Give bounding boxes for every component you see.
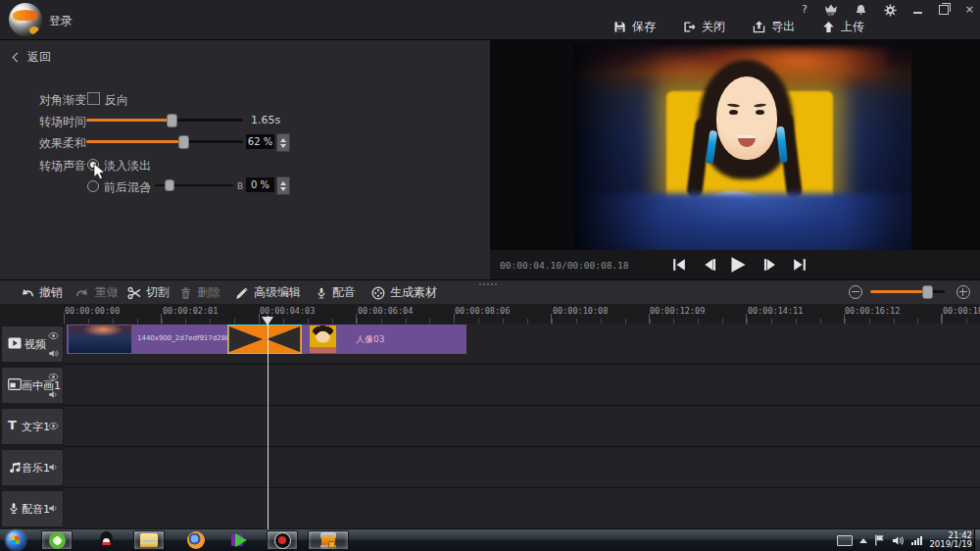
speaker-icon[interactable] [48,463,59,472]
scissors-icon [127,286,141,300]
softness-spinner[interactable] [276,133,290,152]
timeline: 00:00:00:00 00:00:02:01 00:00:04:03 00:0… [0,304,980,529]
advanced-edit-button[interactable]: 高级编辑 [235,280,301,305]
close-window-button[interactable]: × [965,3,974,17]
softness-value-field[interactable]: 62 % [246,134,274,149]
upload-button[interactable]: 上传 [822,19,864,35]
taskbar-recorder[interactable] [267,530,298,550]
track-header-voice[interactable]: 配音1 [2,491,63,526]
record-icon [274,532,291,549]
speaker-icon[interactable] [48,390,59,399]
dub-button[interactable]: 配音 [316,280,356,305]
close-project-button[interactable]: 关闭 [683,19,725,35]
track-header-music[interactable]: 音乐1 [2,450,63,485]
track-row-title[interactable] [64,406,980,447]
next-frame-button[interactable] [762,258,778,272]
zoom-in-button[interactable] [956,285,970,299]
taskbar-browser-360[interactable] [41,530,73,550]
hidden-icons-arrow[interactable] [859,538,867,543]
eye-icon[interactable] [48,373,59,381]
speaker-icon[interactable] [48,504,59,513]
track-header-title[interactable]: T 文字1 [2,409,63,444]
clip-2[interactable]: 人像03 [302,325,466,354]
exit-icon [683,21,696,33]
clip-2-thumbnail [310,326,336,353]
video-editor-window: 登录 ? VIP [0,0,980,551]
video-editor-icon [319,532,337,549]
effect-name-label: 对角渐变 [39,92,86,109]
avatar-art [13,10,38,21]
duration-slider-knob[interactable] [167,114,177,127]
restore-button[interactable] [939,5,949,15]
notification-bell-icon[interactable] [855,4,867,17]
splitter-handle[interactable] [479,283,497,285]
window-controls: ? VIP [802,2,974,18]
export-button[interactable]: 导出 [753,19,795,35]
play-button[interactable] [728,256,747,274]
playhead-marker[interactable] [262,317,273,326]
taskbar-explorer[interactable] [133,530,165,550]
mix-slider-knob[interactable] [165,179,174,191]
reverse-checkbox[interactable] [87,92,100,105]
taskbar-video-editor[interactable] [308,530,349,550]
speaker-icon[interactable] [48,349,59,358]
track-header-video[interactable]: 视频 [2,326,63,362]
redo-button[interactable]: 重做 [75,280,119,305]
ruler-label: 00:00:00:00 [65,306,120,316]
mix-radio[interactable] [87,180,99,192]
vip-icon[interactable]: VIP [824,4,838,16]
clip-1[interactable]: 1440x900_2d7edf917d28899 [67,325,227,354]
player-icon [231,531,249,549]
track-row-overlay[interactable] [64,365,980,406]
voice-mic-icon [8,502,20,515]
settings-gear-icon[interactable] [884,4,897,17]
eye-icon[interactable] [48,331,59,340]
softness-slider[interactable] [86,140,243,143]
mix-slider[interactable] [155,184,233,186]
mic-icon [316,286,327,300]
volume-icon[interactable] [892,535,905,546]
ruler-label: 00:00:08:06 [455,306,510,316]
save-icon [613,21,626,33]
transition-clip[interactable] [227,325,302,354]
login-button[interactable]: 登录 [49,13,73,29]
back-button[interactable]: 返回 [14,49,51,66]
softness-slider-knob[interactable] [178,135,189,149]
skip-start-button[interactable] [671,258,687,272]
taskbar-qq[interactable] [90,530,122,550]
action-center-flag-icon[interactable] [874,534,885,546]
network-signal-icon[interactable] [911,535,922,545]
cut-button[interactable]: 切割 [127,280,170,305]
skip-end-button[interactable] [792,258,808,272]
user-avatar[interactable] [9,3,42,36]
preview-video[interactable] [573,44,911,252]
show-desktop-button[interactable] [974,529,980,551]
timeline-zoom-slider[interactable] [870,290,945,293]
generate-material-button[interactable]: 生成素材 [371,280,437,305]
track-label: 配音1 [22,502,50,517]
mix-a-label: A [144,181,150,191]
eye-icon[interactable] [48,422,59,430]
start-button[interactable] [6,530,25,550]
track-header-overlay[interactable]: 画中画1 [2,368,63,403]
delete-button[interactable]: 删除 [179,280,220,305]
playhead-line[interactable] [268,316,269,529]
duration-slider[interactable] [86,119,243,122]
transport-bar: 00:00:04.10/00:00:08.18 [490,250,980,279]
mix-b-label: B [237,181,243,191]
ime-keyboard-icon[interactable] [837,535,853,546]
taskbar-firefox[interactable] [180,530,212,550]
prev-frame-button[interactable] [702,258,717,272]
help-icon[interactable]: ? [802,3,808,17]
mix-spinner[interactable] [276,176,290,195]
save-button[interactable]: 保存 [613,19,656,35]
mix-value-field[interactable]: 0 % [246,177,274,192]
zoom-out-button[interactable] [849,285,862,299]
undo-button[interactable]: 撤销 [20,280,63,305]
track-row-music[interactable] [64,447,980,488]
taskbar-player[interactable] [224,530,256,550]
minimize-button[interactable] [913,12,922,14]
track-row-voice[interactable] [64,488,980,529]
taskbar-clock[interactable]: 21:42 2019/1/19 [929,531,972,549]
timeline-zoom-knob[interactable] [922,285,933,299]
